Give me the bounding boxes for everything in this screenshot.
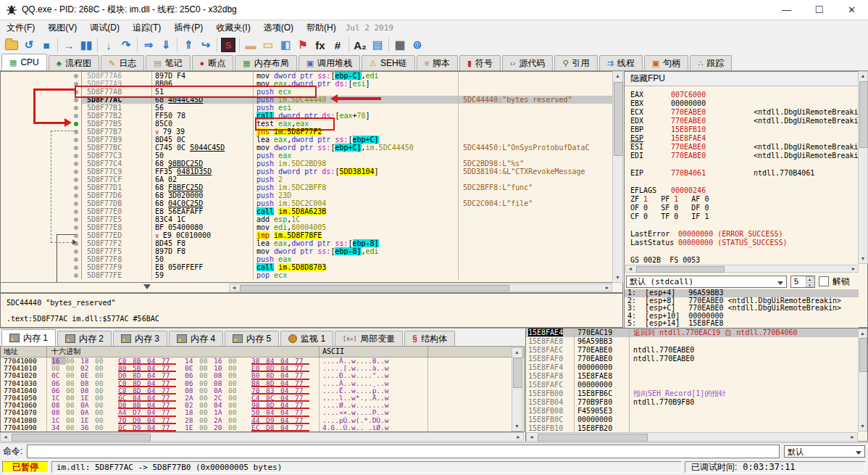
memory-dump-panel[interactable]: 地址十六进制ASCII7704100016001800C08B047714001…: [0, 347, 525, 432]
disasm-row[interactable]: 5D8F77A6897D F4mov dword ptr ss:[ebp-C],…: [1, 72, 622, 80]
command-profile-dropdown[interactable]: 默认: [784, 445, 865, 458]
scroll-down-arrow[interactable]: ▼: [859, 255, 867, 263]
disasm-hscrollbar[interactable]: ◄ ►: [229, 284, 612, 292]
disasm-row[interactable]: 5D8F77FE59pop ecx: [1, 271, 622, 279]
register-line[interactable]: LastError00000000 (ERROR_SUCCESS): [625, 230, 867, 239]
disasm-row[interactable]: 5D8F77CF6A 02push 2: [1, 175, 622, 183]
scroll-left-arrow[interactable]: ◄: [527, 433, 536, 441]
scroll-right-arrow[interactable]: ►: [603, 284, 612, 292]
scroll-thumb[interactable]: [859, 81, 868, 148]
scroll-left-arrow[interactable]: ◄: [230, 284, 238, 292]
gutter-dot[interactable]: [74, 249, 78, 254]
scroll-thumb[interactable]: [240, 285, 509, 292]
breakpoint-gutter[interactable]: [1, 255, 82, 263]
dump-row[interactable]: 7704101000000200805B04770E001000E08D0477…: [1, 365, 524, 372]
stack-row[interactable]: 15E8FAF815E8FAE8: [526, 372, 867, 381]
step-over-button[interactable]: ↷: [117, 37, 135, 53]
disasm-row[interactable]: 5D8F77E583C4 1Cadd esp,1C: [1, 215, 622, 223]
register-line[interactable]: EBX00000000: [625, 99, 867, 108]
register-line[interactable]: GS 002B FS 0053: [625, 256, 867, 265]
tab-内存 2[interactable]: 内存 2: [57, 331, 112, 346]
register-line[interactable]: EDI770EABE0<ntdll.DbgUiRemoteBreakin>: [625, 152, 867, 160]
tab-局部变量[interactable]: [x=]局部变量: [335, 331, 403, 346]
stack-row[interactable]: 15E8FB08F45905E3: [526, 407, 867, 416]
gutter-dot[interactable]: [74, 106, 78, 110]
disasm-row[interactable]: 5D8F77DB68 04C0C25Dpush im.5DC2C0045DC2C…: [1, 199, 622, 207]
scroll-thumb[interactable]: [513, 358, 522, 388]
dump-row[interactable]: 770410200C000E00D08D047706000800B08D0477…: [1, 372, 524, 379]
menu-文件(F)[interactable]: 文件(F): [0, 20, 41, 35]
dump-vscrollbar[interactable]: ▲ ▼: [512, 347, 522, 431]
disasm-row[interactable]: 5D8F77D668 3D020000push 23D: [1, 191, 622, 199]
tab-CPU[interactable]: ▦CPU: [1, 54, 47, 70]
scroll-left-arrow[interactable]: ◄: [1, 433, 10, 441]
dump-row[interactable]: 770410501C001E006C8404772A002C00C48C0477…: [1, 395, 524, 402]
breakpoint-gutter[interactable]: [1, 199, 82, 207]
gutter-dot[interactable]: [74, 154, 78, 158]
tab-流程图[interactable]: ♣流程图: [49, 55, 99, 70]
register-line[interactable]: [625, 178, 867, 186]
dump-row[interactable]: 7704107008000A00A4D7047718001A0050840477…: [1, 409, 524, 416]
stack-row[interactable]: 15E8FB04770B9F80ntdll.770B9F80: [526, 398, 867, 407]
disasm-row[interactable]: 5D8F77BCC745 0C 5044C45Dmov dword ptr ss…: [1, 144, 622, 152]
register-line[interactable]: EDX770EABE0<ntdll.DbgUiRemoteBreakin>: [625, 117, 867, 125]
tab-内存 5[interactable]: 内存 5: [225, 331, 279, 346]
register-line[interactable]: EFLAGS00000246: [625, 186, 867, 195]
menu-选项(O)[interactable]: 选项(O): [257, 20, 300, 35]
disasm-row[interactable]: 5D8F77C468 98BDC25Dpush im.5DC2BD985DC2B…: [1, 160, 622, 168]
stop-button[interactable]: ■: [38, 37, 55, 53]
stack-row[interactable]: 15E8FB0C00000000: [526, 416, 867, 424]
disasm-row[interactable]: 5D8F77D168 F8BFC25Dpush im.5DC2BFF85DC2B…: [1, 183, 622, 191]
calling-convention-dropdown[interactable]: 默认 (stdcall): [626, 276, 787, 288]
gutter-dot[interactable]: [74, 210, 78, 214]
dump-row[interactable]: 7704106008000A00D88B047702000400988D0477…: [1, 402, 524, 409]
tab-断点[interactable]: ●断点: [192, 55, 234, 70]
menu-视图(V)[interactable]: 视图(V): [41, 20, 83, 35]
breakpoint-gutter[interactable]: [1, 207, 82, 215]
tab-脚本[interactable]: ≡脚本: [417, 55, 458, 70]
tab-内存 1[interactable]: 内存 1: [1, 329, 56, 346]
gutter-dot[interactable]: [74, 218, 78, 222]
gutter-dot[interactable]: [74, 146, 78, 150]
gutter-dot[interactable]: [74, 170, 78, 174]
breakpoint-gutter[interactable]: [1, 247, 82, 255]
modules-button[interactable]: ▤: [369, 37, 386, 53]
label-button[interactable]: ◧: [277, 37, 294, 53]
dump-row[interactable]: 770410801C001E0070D9047728002A0044D90477…: [1, 417, 524, 424]
register-line[interactable]: [625, 221, 867, 230]
breakpoint-gutter[interactable]: [1, 263, 82, 271]
spinner-down-icon[interactable]: ▼: [806, 282, 814, 287]
tab-跟踪[interactable]: ∴跟踪: [690, 55, 732, 70]
stack-hscrollbar[interactable]: ◄ ►: [526, 432, 858, 442]
gutter-dot[interactable]: [74, 226, 78, 230]
scroll-thumb[interactable]: [636, 266, 725, 273]
breakpoint-gutter[interactable]: [1, 104, 82, 112]
close-button[interactable]: ✕: [835, 0, 868, 20]
breakpoint-gutter[interactable]: [1, 271, 82, 279]
run-button[interactable]: →: [60, 37, 78, 53]
gutter-dot[interactable]: [74, 178, 78, 182]
tab-线程[interactable]: ⇉线程: [599, 55, 643, 70]
internet-button[interactable]: ⊚: [409, 37, 426, 53]
breakpoint-gutter[interactable]: [1, 168, 82, 175]
scroll-up-arrow[interactable]: ▲: [512, 348, 522, 357]
register-line[interactable]: EIP770B4061ntdll.770B4061: [625, 169, 867, 178]
dump-row[interactable]: 7704103006000800C08D047706000800B88D0477…: [1, 380, 524, 387]
spinner-up-icon[interactable]: ▲: [806, 276, 814, 281]
disasm-row[interactable]: 5D8F77C9FF35 0481D35Dpush dword ptr ds:[…: [1, 168, 622, 175]
breakpoint-gutter[interactable]: [1, 152, 82, 160]
stack-row[interactable]: 15E8FAF0770EABE0ntdll.770EABE0: [526, 355, 867, 363]
register-line[interactable]: ESP15E8FAE4: [625, 134, 867, 143]
stack-vscrollbar[interactable]: ▲ ▼: [858, 329, 867, 431]
open-file-button[interactable]: [3, 37, 20, 53]
tab-内存 4[interactable]: 内存 4: [169, 331, 223, 346]
gutter-dot[interactable]: [74, 202, 78, 206]
comment-button[interactable]: ▭: [259, 37, 277, 53]
gutter-dot[interactable]: [74, 162, 78, 166]
disasm-vscrollbar[interactable]: ▲ ▼: [612, 71, 623, 283]
register-line[interactable]: EAX007C6000: [625, 91, 867, 99]
disasm-row[interactable]: 5D8F77E8BF 05400080mov edi,80004005: [1, 223, 622, 231]
disasm-row[interactable]: 5D8F77ED∨ E9 0C010000jmp im.5D8F78FE: [1, 231, 622, 239]
command-input[interactable]: [27, 445, 780, 458]
breakpoint-gutter[interactable]: [1, 231, 82, 239]
